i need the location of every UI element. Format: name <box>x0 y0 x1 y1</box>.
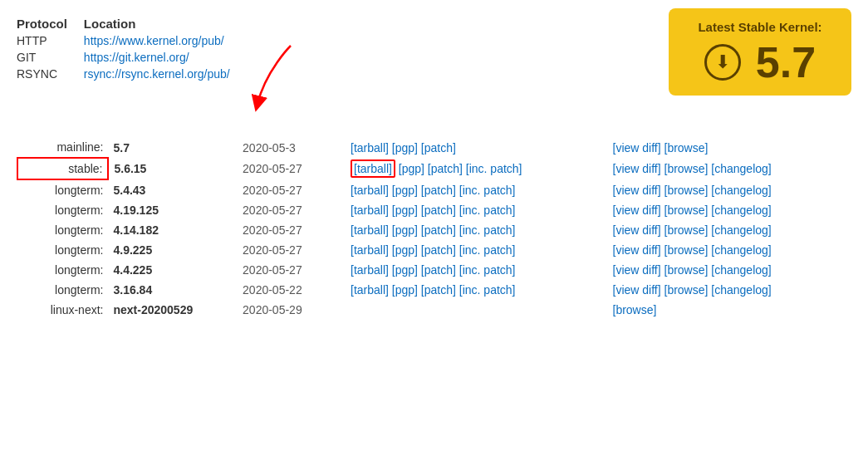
kernel-link[interactable]: [tarball] <box>351 243 389 257</box>
kernel-date: 2020-05-27 <box>238 179 346 200</box>
kernel-extra-link[interactable]: [changelog] <box>711 243 771 257</box>
kernel-link[interactable]: [tarball] <box>351 184 389 197</box>
red-arrow <box>241 37 341 120</box>
kernel-type: longterm: <box>17 240 108 260</box>
kernel-extra-link[interactable]: [changelog] <box>711 223 771 237</box>
kernel-link[interactable]: [tarball] <box>351 159 395 178</box>
kernel-link[interactable]: [tarball] <box>351 141 389 154</box>
kernel-type: longterm: <box>17 220 108 240</box>
table-row: mainline:5.72020-05-3[tarball] [pgp] [pa… <box>17 137 851 158</box>
proto-rsync-link[interactable]: rsync://rsync.kernel.org/pub/ <box>84 67 230 81</box>
kernel-extra-link[interactable]: [view diff] <box>613 223 661 237</box>
kernel-link[interactable]: [inc. patch] <box>466 162 522 175</box>
kernel-link[interactable]: [inc. patch] <box>459 243 516 257</box>
kernel-link[interactable]: [pgp] <box>392 283 418 297</box>
kernel-type: linux-next: <box>17 300 108 320</box>
kernel-link[interactable]: [patch] <box>421 243 456 257</box>
kernel-extra-link[interactable]: [browse] <box>664 184 709 197</box>
location-col-header: Location <box>84 17 230 31</box>
kernel-extra-link[interactable]: [view diff] <box>613 184 661 197</box>
kernel-extra-link[interactable]: [browse] <box>613 303 657 316</box>
kernel-extra-link[interactable]: [view diff] <box>613 283 661 297</box>
kernel-version: next-20200529 <box>108 300 238 320</box>
kernel-extra-links: [view diff] [browse] [changelog] <box>608 220 852 240</box>
kernel-link[interactable]: [pgp] <box>392 184 418 197</box>
kernel-extra-links: [view diff] [browse] [changelog] <box>608 200 852 220</box>
kernel-link[interactable]: [pgp] <box>392 243 418 257</box>
kernel-link[interactable]: [inc. patch] <box>459 204 516 217</box>
kernel-version: 4.19.125 <box>108 200 238 220</box>
kernel-link[interactable]: [patch] <box>421 263 456 277</box>
kernel-link[interactable]: [pgp] <box>392 223 418 237</box>
download-icon: ⬇ <box>704 44 741 81</box>
kernel-date: 2020-05-29 <box>238 300 346 320</box>
table-row: longterm:5.4.432020-05-27[tarball] [pgp]… <box>17 179 851 200</box>
kernel-version: 3.16.84 <box>108 280 238 300</box>
kernel-link[interactable]: [tarball] <box>351 263 389 277</box>
kernel-extra-link[interactable]: [browse] <box>664 141 709 154</box>
kernel-type: stable: <box>17 158 108 179</box>
kernel-extra-link[interactable]: [view diff] <box>613 243 661 257</box>
kernel-extra-link[interactable]: [browse] <box>664 204 709 217</box>
kernel-link[interactable]: [tarball] <box>351 223 389 237</box>
stable-kernel-box[interactable]: Latest Stable Kernel: ⬇ 5.7 <box>669 8 851 96</box>
kernel-link[interactable]: [patch] <box>421 283 456 297</box>
kernel-link[interactable]: [inc. patch] <box>459 184 516 197</box>
kernel-date: 2020-05-27 <box>238 260 346 280</box>
proto-git-link[interactable]: https://git.kernel.org/ <box>84 51 230 64</box>
kernel-links: [tarball] [pgp] [patch] <box>346 137 607 158</box>
proto-git-label: GIT <box>17 51 67 64</box>
kernel-link[interactable]: [patch] <box>421 141 456 154</box>
kernel-links: [tarball] [pgp] [patch] [inc. patch] <box>346 280 607 300</box>
kernel-extra-link[interactable]: [browse] <box>664 283 709 297</box>
kernel-version: 4.9.225 <box>108 240 238 260</box>
kernel-link[interactable]: [inc. patch] <box>459 223 516 237</box>
kernel-link[interactable]: [pgp] <box>392 263 418 277</box>
stable-kernel-version: 5.7 <box>756 41 816 84</box>
kernel-extra-link[interactable]: [browse] <box>664 162 709 175</box>
kernel-extra-link[interactable]: [browse] <box>664 263 709 277</box>
kernel-link[interactable]: [inc. patch] <box>459 283 516 297</box>
kernel-extra-links: [view diff] [browse] [changelog] <box>608 280 852 300</box>
kernel-extra-link[interactable]: [view diff] <box>613 204 661 217</box>
kernel-version: 5.4.43 <box>108 179 238 200</box>
kernel-extra-link[interactable]: [changelog] <box>711 283 771 297</box>
kernel-date: 2020-05-27 <box>238 200 346 220</box>
stable-kernel-bottom: ⬇ 5.7 <box>704 41 816 84</box>
kernel-date: 2020-05-22 <box>238 280 346 300</box>
kernel-extra-link[interactable]: [changelog] <box>711 184 771 197</box>
kernel-link[interactable]: [patch] <box>428 162 463 175</box>
protocol-col-header: Protocol <box>17 17 67 31</box>
table-row: longterm:4.19.1252020-05-27[tarball] [pg… <box>17 200 851 220</box>
kernel-extra-link[interactable]: [view diff] <box>613 263 661 277</box>
kernel-extra-link[interactable]: [browse] <box>664 243 709 257</box>
kernel-version: 5.6.15 <box>108 158 238 179</box>
kernel-extra-links: [browse] <box>608 300 852 320</box>
kernel-extra-links: [view diff] [browse] [changelog] <box>608 260 852 280</box>
kernel-link[interactable]: [inc. patch] <box>459 263 516 277</box>
kernel-extra-link[interactable]: [view diff] <box>613 162 661 175</box>
kernel-date: 2020-05-27 <box>238 220 346 240</box>
proto-http-link[interactable]: https://www.kernel.org/pub/ <box>84 34 230 47</box>
kernel-link[interactable]: [pgp] <box>392 204 418 217</box>
kernel-extra-links: [view diff] [browse] <box>608 137 852 158</box>
kernel-link[interactable]: [tarball] <box>351 283 389 297</box>
kernel-extra-links: [view diff] [browse] [changelog] <box>608 179 852 200</box>
kernel-link[interactable]: [pgp] <box>399 162 424 175</box>
kernel-link[interactable]: [patch] <box>421 223 456 237</box>
table-row: longterm:4.14.1822020-05-27[tarball] [pg… <box>17 220 851 240</box>
kernel-link[interactable]: [patch] <box>421 184 456 197</box>
kernel-extra-link[interactable]: [changelog] <box>711 162 771 175</box>
kernel-extra-link[interactable]: [changelog] <box>711 263 771 277</box>
kernel-extra-link[interactable]: [changelog] <box>711 204 771 217</box>
kernel-version: 5.7 <box>108 137 238 158</box>
kernel-date: 2020-05-27 <box>238 158 346 179</box>
kernel-link[interactable]: [tarball] <box>351 204 389 217</box>
table-row: linux-next:next-202005292020-05-29[brows… <box>17 300 851 320</box>
kernel-extra-link[interactable]: [view diff] <box>613 141 661 154</box>
kernel-links: [tarball] [pgp] [patch] [inc. patch] <box>346 240 607 260</box>
kernel-extra-link[interactable]: [browse] <box>664 223 709 237</box>
kernel-version: 4.4.225 <box>108 260 238 280</box>
kernel-link[interactable]: [patch] <box>421 204 456 217</box>
kernel-link[interactable]: [pgp] <box>392 141 418 154</box>
